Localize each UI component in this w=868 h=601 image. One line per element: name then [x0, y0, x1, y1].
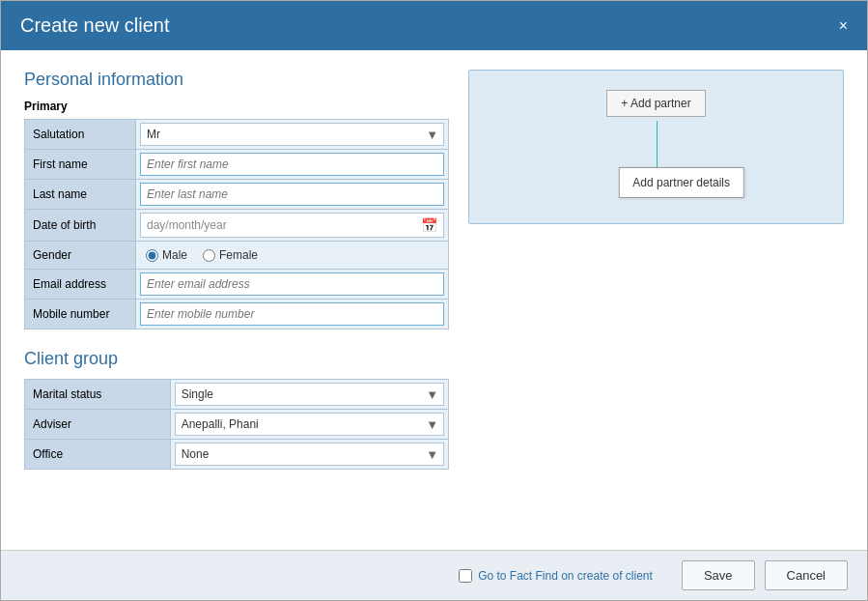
fact-find-text: Go to Fact Find on create of client [478, 569, 653, 583]
client-group-title: Client group [24, 349, 449, 369]
fact-find-label[interactable]: Go to Fact Find on create of client [459, 569, 653, 583]
last-name-input[interactable] [140, 183, 444, 206]
add-partner-button[interactable]: + Add partner [606, 90, 705, 117]
modal-title: Create new client [20, 14, 170, 37]
gender-male-radio[interactable] [146, 249, 158, 262]
personal-info-title: Personal information [24, 70, 449, 90]
salutation-cell: Mr Mrs Ms Miss Dr ▼ [136, 120, 449, 150]
email-row: Email address [25, 270, 449, 300]
salutation-row: Salutation Mr Mrs Ms Miss Dr ▼ [25, 120, 449, 150]
dob-row: Date of birth day/month/year 📅 [25, 210, 449, 242]
client-group-form: Marital status Single Married Divorced W… [24, 379, 449, 470]
modal-header: Create new client × [1, 1, 867, 50]
dob-picker[interactable]: day/month/year 📅 [140, 213, 444, 238]
dob-cell: day/month/year 📅 [136, 210, 449, 242]
first-name-input[interactable] [140, 153, 444, 176]
office-cell: None ▼ [170, 440, 448, 470]
left-panel: Personal information Primary Salutation … [24, 70, 449, 530]
email-label: Email address [25, 270, 136, 300]
gender-label: Gender [25, 242, 136, 270]
gender-female-radio[interactable] [203, 249, 215, 262]
first-name-cell [136, 150, 449, 180]
gender-male-label: Male [162, 248, 187, 262]
client-group-section: Client group Marital status Single Marri… [24, 349, 449, 470]
gender-male-option[interactable]: Male [146, 248, 187, 262]
dob-label: Date of birth [25, 210, 136, 242]
modal-footer: Go to Fact Find on create of client Save… [1, 550, 867, 600]
first-name-row: First name [25, 150, 449, 180]
adviser-select[interactable]: Anepalli, Phani [175, 413, 444, 436]
office-row: Office None ▼ [25, 440, 449, 470]
marital-status-cell: Single Married Divorced Widowed ▼ [170, 380, 448, 410]
gender-row: Gender Male Female [25, 242, 449, 270]
email-input[interactable] [140, 272, 444, 296]
office-label: Office [25, 440, 171, 470]
gender-female-option[interactable]: Female [203, 248, 258, 262]
last-name-row: Last name [25, 180, 449, 210]
salutation-select[interactable]: Mr Mrs Ms Miss Dr [140, 123, 444, 146]
mobile-cell [136, 300, 449, 329]
adviser-cell: Anepalli, Phani ▼ [170, 410, 448, 440]
adviser-row: Adviser Anepalli, Phani ▼ [25, 410, 449, 440]
salutation-label: Salutation [25, 120, 136, 150]
personal-info-form: Salutation Mr Mrs Ms Miss Dr ▼ [24, 119, 449, 329]
last-name-cell [136, 180, 449, 210]
dob-placeholder: day/month/year [147, 218, 421, 232]
modal-body: Personal information Primary Salutation … [1, 50, 867, 550]
office-select-wrapper: None ▼ [175, 443, 444, 466]
gender-radio-group: Male Female [140, 244, 444, 266]
fact-find-checkbox[interactable] [459, 569, 472, 583]
fact-find-section: Go to Fact Find on create of client [20, 569, 653, 583]
marital-status-select-wrapper: Single Married Divorced Widowed ▼ [175, 383, 444, 406]
primary-label: Primary [24, 100, 449, 113]
salutation-select-wrapper: Mr Mrs Ms Miss Dr ▼ [140, 123, 444, 146]
mobile-label: Mobile number [25, 300, 136, 329]
cancel-button[interactable]: Cancel [765, 560, 848, 590]
mobile-input[interactable] [140, 302, 444, 326]
email-cell [136, 270, 449, 300]
partner-panel: + Add partner Add partner details [468, 70, 844, 224]
marital-status-row: Marital status Single Married Divorced W… [25, 380, 449, 410]
tooltip-line [657, 121, 658, 169]
office-select[interactable]: None [175, 443, 444, 466]
gender-female-label: Female [219, 248, 258, 262]
save-button[interactable]: Save [682, 560, 755, 590]
gender-cell: Male Female [136, 242, 449, 270]
mobile-row: Mobile number [25, 300, 449, 329]
last-name-label: Last name [25, 180, 136, 210]
add-partner-tooltip: Add partner details [618, 167, 744, 198]
marital-status-label: Marital status [25, 380, 171, 410]
right-panel: + Add partner Add partner details [468, 70, 844, 530]
marital-status-select[interactable]: Single Married Divorced Widowed [175, 383, 444, 406]
content-row: Personal information Primary Salutation … [24, 70, 844, 530]
calendar-icon[interactable]: 📅 [421, 217, 437, 233]
adviser-label: Adviser [25, 410, 171, 440]
first-name-label: First name [25, 150, 136, 180]
adviser-select-wrapper: Anepalli, Phani ▼ [175, 413, 444, 436]
create-client-modal: Create new client × Personal information… [0, 0, 868, 601]
close-button[interactable]: × [839, 18, 848, 34]
